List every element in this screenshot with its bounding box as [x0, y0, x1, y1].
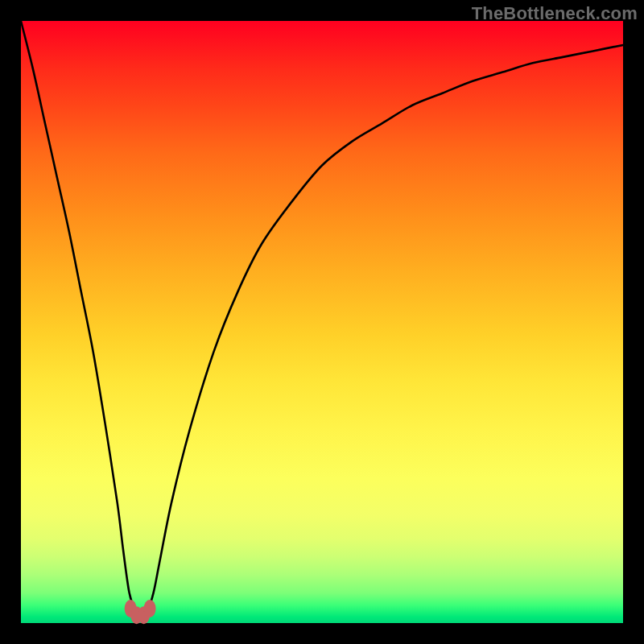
- minimum-marker: [144, 600, 156, 617]
- curve-svg: [21, 21, 623, 623]
- watermark-text: TheBottleneck.com: [472, 3, 638, 24]
- bottleneck-curve: [21, 21, 623, 617]
- chart-frame: TheBottleneck.com: [0, 0, 644, 644]
- minimum-markers: [125, 600, 156, 624]
- plot-area: [21, 21, 623, 623]
